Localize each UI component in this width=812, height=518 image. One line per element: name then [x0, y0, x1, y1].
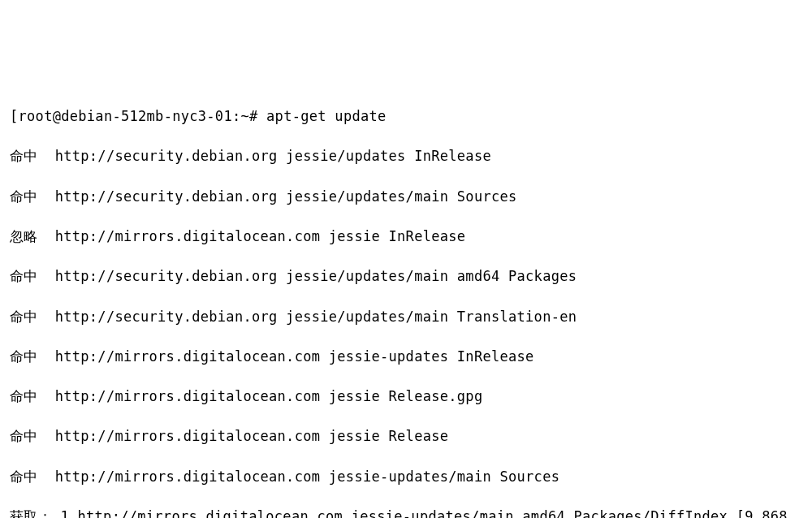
output-line: 命中 http://security.debian.org jessie/upd… [10, 307, 802, 327]
output-line: 命中 http://security.debian.org jessie/upd… [10, 187, 802, 207]
output-line: 命中 http://security.debian.org jessie/upd… [10, 146, 802, 166]
output-line: 命中 http://mirrors.digitalocean.com jessi… [10, 386, 802, 407]
terminal-output[interactable]: [root@debian-512mb-nyc3-01:~# apt-get up… [10, 87, 802, 518]
shell-prompt: root@debian-512mb-nyc3-01:~# [19, 108, 267, 124]
output-line: 命中 http://security.debian.org jessie/upd… [10, 266, 802, 287]
command-line: [root@debian-512mb-nyc3-01:~# apt-get up… [10, 106, 802, 127]
output-line: 获取： 1 http://mirrors.digitalocean.com je… [10, 507, 802, 518]
bracket-open: [ [10, 108, 19, 124]
output-line: 命中 http://mirrors.digitalocean.com jessi… [10, 347, 802, 367]
entered-command: apt-get update [266, 108, 387, 124]
output-line: 忽略 http://mirrors.digitalocean.com jessi… [10, 227, 802, 247]
output-line: 命中 http://mirrors.digitalocean.com jessi… [10, 467, 802, 487]
output-line: 命中 http://mirrors.digitalocean.com jessi… [10, 426, 802, 447]
